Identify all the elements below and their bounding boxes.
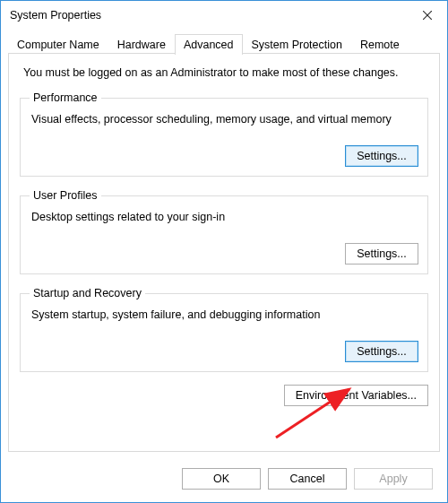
system-properties-window: System Properties Computer Name Hardware…: [0, 0, 448, 503]
tab-computer-name[interactable]: Computer Name: [8, 34, 108, 55]
group-user-profiles-legend: User Profiles: [30, 189, 101, 202]
ok-button[interactable]: OK: [182, 468, 261, 490]
window-title: System Properties: [10, 9, 101, 22]
group-performance-legend: Performance: [30, 91, 101, 104]
user-profiles-desc: Desktop settings related to your sign-in: [31, 211, 418, 223]
performance-settings-button[interactable]: Settings...: [345, 145, 418, 167]
tabstrip: Computer Name Hardware Advanced System P…: [1, 30, 447, 54]
group-startup-recovery: Startup and Recovery System startup, sys…: [20, 287, 428, 372]
environment-variables-button[interactable]: Environment Variables...: [284, 385, 428, 406]
apply-button[interactable]: Apply: [354, 468, 433, 490]
tab-advanced[interactable]: Advanced: [175, 34, 243, 55]
group-user-profiles: User Profiles Desktop settings related t…: [20, 189, 428, 274]
titlebar: System Properties: [1, 1, 447, 30]
group-performance: Performance Visual effects, processor sc…: [20, 91, 428, 177]
group-startup-recovery-legend: Startup and Recovery: [30, 287, 145, 299]
cancel-button[interactable]: Cancel: [268, 468, 347, 490]
tab-panel-advanced: You must be logged on as an Administrato…: [8, 54, 440, 452]
performance-desc: Visual effects, processor scheduling, me…: [31, 113, 418, 126]
dialog-button-row: OK Cancel Apply: [1, 459, 447, 502]
startup-recovery-settings-button[interactable]: Settings...: [345, 341, 418, 362]
tab-remote[interactable]: Remote: [351, 34, 409, 55]
startup-recovery-desc: System startup, system failure, and debu…: [31, 308, 418, 321]
admin-note: You must be logged on as an Administrato…: [23, 66, 425, 79]
close-icon: [423, 11, 432, 20]
tab-system-protection[interactable]: System Protection: [243, 34, 351, 55]
user-profiles-settings-button[interactable]: Settings...: [345, 243, 418, 265]
window-close-button[interactable]: [407, 2, 447, 29]
tab-hardware[interactable]: Hardware: [108, 34, 175, 55]
